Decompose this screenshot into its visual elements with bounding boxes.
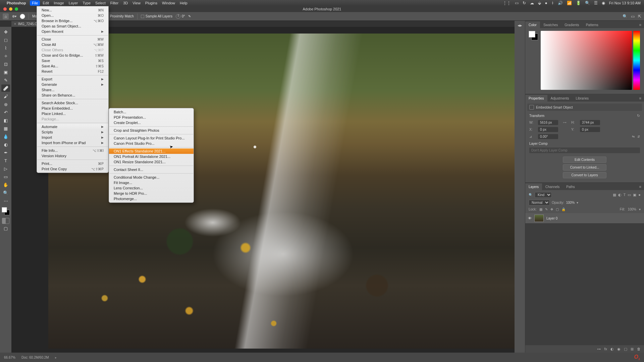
doc-size[interactable]: Doc: 60.2M/60.2M — [21, 356, 49, 359]
maximize-window[interactable] — [15, 7, 18, 11]
tab-adjustments[interactable]: Adjustments — [547, 95, 573, 102]
mi-photomerge[interactable]: Photomerge... — [109, 196, 194, 201]
visibility-icon[interactable]: 👁 — [528, 216, 532, 220]
filter-toggle-icon[interactable]: ● — [638, 193, 641, 197]
link-layers-icon[interactable]: ⊶ — [597, 347, 601, 351]
share-icon[interactable]: ⇱ — [638, 14, 641, 19]
mi-canon-layout[interactable]: Canon Layout Plug-In for Print Studio Pr… — [109, 135, 194, 141]
tool-shape[interactable]: ▭ — [1, 173, 10, 180]
filter-adjust-icon[interactable]: ◐ — [618, 193, 622, 197]
tool-more[interactable]: ⋯ — [1, 197, 10, 204]
y-field[interactable]: 0 px — [580, 127, 600, 132]
siri-icon[interactable]: ◉ — [602, 1, 605, 5]
tool-hand[interactable]: ✋ — [1, 181, 10, 188]
battery-icon[interactable]: 🔋 — [576, 1, 581, 5]
mi-version[interactable]: Version History — [37, 153, 108, 159]
collapse-icon[interactable]: ◂▸ — [518, 23, 522, 28]
opt-sample-all[interactable]: Sample All Layers — [141, 14, 172, 18]
tool-pen[interactable]: ✒ — [1, 149, 10, 156]
menu-window[interactable]: Window — [162, 1, 175, 5]
tool-marquee[interactable]: ◻ — [1, 36, 10, 44]
network-icon[interactable]: 📶 — [567, 1, 572, 5]
menu-type[interactable]: Type — [83, 1, 91, 5]
menu-plugins[interactable]: Plugins — [145, 1, 157, 5]
spotlight-icon[interactable]: 🔍 — [585, 1, 590, 5]
brush-preview[interactable] — [20, 14, 25, 19]
filter-kind[interactable]: Kind — [535, 192, 552, 198]
x-field[interactable]: 0 px — [538, 127, 558, 132]
blend-mode[interactable]: Normal — [529, 200, 550, 205]
mi-conditional[interactable]: Conditional Mode Change... — [109, 175, 194, 180]
mi-file-info[interactable]: File Info...⌥⇧⌘I — [37, 148, 108, 153]
mi-place-link[interactable]: Place Linked... — [37, 111, 108, 116]
screen-mode[interactable]: ▢ — [1, 225, 10, 232]
filter-type-icon[interactable]: T — [624, 193, 626, 197]
color-field[interactable] — [541, 31, 632, 90]
mi-share[interactable]: Share... — [37, 87, 108, 93]
tab-layers[interactable]: Layers — [525, 183, 542, 190]
tab-properties[interactable]: Properties — [525, 95, 547, 102]
filter-smart-icon[interactable]: ▣ — [633, 193, 636, 197]
mi-print-one[interactable]: Print One Copy⌥⇧⌘P — [37, 166, 108, 172]
mi-open-recent[interactable]: Open Recent▶ — [37, 29, 108, 34]
mi-close[interactable]: Close⌘W — [37, 37, 108, 42]
mi-close-all[interactable]: Close All⌥⌘W — [37, 42, 108, 47]
opacity-value[interactable]: 100% — [566, 201, 575, 204]
tool-preset-icon[interactable]: ⊕▾ — [12, 14, 16, 18]
tool-wand[interactable]: ✧ — [1, 52, 10, 60]
mi-revert[interactable]: RevertF12 — [37, 69, 108, 74]
lock-pixel-icon[interactable]: ✎ — [545, 207, 548, 211]
tool-frame[interactable]: ▣ — [1, 68, 10, 76]
mi-import[interactable]: Import▶ — [37, 135, 108, 140]
tab-color[interactable]: Color — [525, 21, 540, 28]
zoom-level[interactable]: 66.67% — [4, 356, 15, 359]
tab-swatches[interactable]: Swatches — [540, 21, 561, 28]
fg-bg-swatch[interactable] — [529, 31, 538, 40]
mi-open-smart[interactable]: Open as Smart Object... — [37, 23, 108, 29]
fx-icon[interactable]: fx — [604, 347, 607, 351]
layer-thumb[interactable] — [534, 215, 544, 222]
lock-pos-icon[interactable]: ✥ — [550, 207, 553, 211]
menu-filter[interactable]: Filter — [110, 1, 118, 5]
delete-icon[interactable]: 🗑 — [637, 347, 641, 351]
menu-view[interactable]: View — [132, 1, 141, 5]
close-tab-icon[interactable]: × — [14, 22, 16, 26]
tool-history-brush[interactable]: ↶ — [1, 109, 10, 116]
app-name[interactable]: Photoshop — [7, 1, 26, 5]
height-field[interactable]: 3744 px — [580, 120, 600, 125]
mi-open[interactable]: Open...⌘O — [37, 13, 108, 18]
volume-icon[interactable]: 🔊 — [558, 1, 563, 5]
lock-artboard-icon[interactable]: ▢ — [556, 207, 559, 211]
cloud-icon[interactable]: ☁ — [530, 1, 534, 5]
mi-print[interactable]: Print...⌘P — [37, 161, 108, 166]
layer-comp-dropdown[interactable]: Don't Apply Layer Comp — [529, 147, 640, 153]
tool-blur[interactable]: 💧 — [1, 133, 10, 140]
width-field[interactable]: 5616 px — [538, 120, 558, 125]
wifi-icon[interactable]: ⋮⋮ — [503, 1, 511, 5]
tool-stamp[interactable]: ⊛ — [1, 101, 10, 108]
tab-libraries[interactable]: Libraries — [573, 95, 592, 102]
reset-icon[interactable]: ↻ — [637, 114, 640, 118]
mi-generate[interactable]: Generate▶ — [37, 82, 108, 87]
tool-move[interactable]: ✥ — [1, 28, 10, 36]
panel-menu-icon[interactable]: ≡ — [637, 95, 644, 102]
filter-shape-icon[interactable]: ▭ — [628, 193, 631, 197]
opt-proximity-match[interactable]: Proximity Match — [105, 14, 134, 18]
mi-droplet[interactable]: Create Droplet... — [109, 120, 194, 125]
tool-dodge[interactable]: ◐ — [1, 141, 10, 148]
panel-menu-icon[interactable]: ≡ — [637, 183, 644, 190]
hue-slider[interactable] — [633, 31, 640, 90]
adjustment-icon[interactable]: ◉ — [617, 347, 621, 351]
transform-section[interactable]: Transform↻ — [529, 114, 640, 118]
tab-gradients[interactable]: Gradients — [561, 21, 582, 28]
on1-logo-icon[interactable]: O1 — [634, 354, 640, 361]
flip-v-icon[interactable]: ⇵ — [637, 135, 640, 138]
tool-path[interactable]: ▷ — [1, 165, 10, 172]
lock-all-icon[interactable]: ▦ — [539, 207, 542, 211]
panel-menu-icon[interactable]: ≡ — [637, 21, 644, 28]
mi-lens[interactable]: Lens Correction... — [109, 185, 194, 191]
mask-icon[interactable]: ◐ — [610, 347, 614, 351]
search-icon[interactable]: 🔍 — [623, 14, 628, 19]
menu-edit[interactable]: Edit — [43, 1, 49, 5]
mi-new[interactable]: New...⌘N — [37, 7, 108, 13]
